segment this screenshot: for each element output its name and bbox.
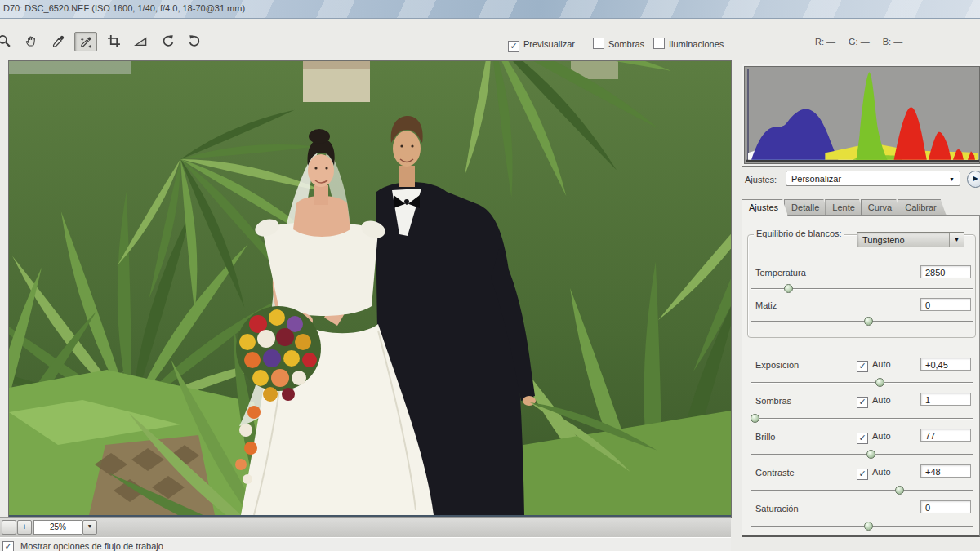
saturation-value[interactable]: 0	[920, 500, 971, 513]
slider-track	[751, 382, 973, 384]
contrast-auto-checkbox[interactable]: ✓Auto	[857, 467, 891, 480]
white-balance-legend: Equilibrio de blancos:	[754, 229, 844, 238]
histogram-plot	[745, 67, 979, 163]
hand-tool-button[interactable]	[20, 32, 42, 50]
wedding-photo	[9, 61, 731, 515]
g-value: —	[861, 37, 870, 47]
tint-slider[interactable]	[751, 317, 973, 327]
chevron-down-icon[interactable]: ▼	[949, 233, 964, 247]
g-label: G:	[849, 37, 858, 47]
tool-strip	[0, 32, 205, 51]
slider-thumb[interactable]	[784, 284, 793, 293]
highlights-checkbox[interactable]: Iluminaciones	[653, 36, 724, 51]
chevron-down-icon: ▼	[87, 523, 93, 529]
histogram	[742, 64, 980, 167]
eyedropper-icon	[51, 34, 65, 48]
tab-ajustes[interactable]: Ajustes	[742, 199, 788, 216]
photo-canvas[interactable]	[8, 60, 732, 518]
straighten-tool-button[interactable]	[130, 32, 151, 50]
tab-lente[interactable]: Lente	[825, 199, 865, 216]
panel-menu-button[interactable]: ▶	[967, 171, 980, 188]
temperature-label: Temperatura	[755, 268, 806, 278]
exposure-auto-box[interactable]: ✓	[857, 361, 868, 372]
brightness-auto-checkbox[interactable]: ✓Auto	[857, 431, 891, 444]
preview-checkbox-label: Previsualizar	[523, 39, 575, 49]
tab-bar: Ajustes Detalle Lente Curva Calibrar	[742, 199, 942, 216]
chevron-down-icon: ▼	[949, 171, 955, 187]
brightness-auto-box[interactable]: ✓	[857, 433, 868, 444]
window-titlebar[interactable]: D70: DSC_6520.NEF (ISO 1600, 1/40, f/4.0…	[0, 0, 980, 19]
preview-checkbox-box[interactable]: ✓	[508, 41, 519, 52]
shadows-slider[interactable]	[751, 414, 973, 424]
shadows-auto-checkbox[interactable]: ✓Auto	[857, 395, 891, 408]
color-sampler-tool-button[interactable]	[74, 32, 97, 51]
slider-track	[751, 418, 973, 420]
workflow-checkbox[interactable]: ✓	[2, 541, 14, 551]
rotate-right-icon	[188, 34, 202, 48]
zoom-level-dropdown-button[interactable]: ▼	[82, 520, 97, 535]
temperature-slider[interactable]	[751, 284, 973, 294]
zoom-out-button[interactable]: −	[2, 520, 16, 535]
tint-value[interactable]: 0	[920, 298, 971, 311]
tab-curva[interactable]: Curva	[861, 199, 902, 216]
shadows-checkbox-label: Sombras	[608, 39, 644, 49]
auto-label: Auto	[872, 467, 891, 477]
plus-icon: +	[22, 522, 27, 531]
crop-tool-button[interactable]	[103, 32, 124, 50]
saturation-slider[interactable]	[751, 522, 973, 531]
hand-icon	[24, 34, 38, 48]
shadows-auto-box[interactable]: ✓	[857, 397, 868, 408]
shadows-checkbox-box[interactable]	[593, 38, 604, 49]
zoom-in-button[interactable]: +	[17, 520, 32, 535]
brightness-slider[interactable]	[751, 450, 973, 460]
workflow-row: ✓ Mostrar opciones de flujo de trabajo	[0, 537, 731, 551]
shadows-checkbox[interactable]: Sombras	[593, 36, 644, 51]
shadows-value[interactable]: 1	[920, 393, 971, 406]
contrast-label: Contraste	[755, 468, 795, 478]
straighten-icon	[134, 34, 148, 48]
highlights-checkbox-box[interactable]	[653, 38, 665, 49]
contrast-slider[interactable]	[751, 486, 973, 495]
slider-thumb[interactable]	[864, 317, 873, 326]
auto-label: Auto	[872, 359, 891, 369]
highlights-checkbox-label: Iluminaciones	[669, 39, 724, 49]
slider-thumb[interactable]	[751, 414, 760, 423]
preview-checkbox[interactable]: ✓Previsualizar	[508, 36, 575, 52]
exposure-value[interactable]: +0,45	[920, 358, 971, 371]
exposure-label: Exposición	[755, 360, 799, 370]
shadows-label: Sombras	[755, 396, 791, 406]
zoom-tool-button[interactable]	[0, 32, 15, 50]
workflow-checkbox-label: Mostrar opciones de flujo de trabajo	[20, 541, 163, 551]
slider-track	[751, 321, 973, 322]
white-balance-select[interactable]: Tungsteno ▼	[857, 232, 964, 247]
slider-thumb[interactable]	[895, 486, 904, 495]
window-title: D70: DSC_6520.NEF (ISO 1600, 1/40, f/4.0…	[3, 0, 245, 17]
exposure-auto-checkbox[interactable]: ✓Auto	[857, 359, 891, 372]
white-balance-value: Tungsteno	[862, 235, 905, 245]
contrast-auto-box[interactable]: ✓	[857, 469, 868, 480]
temperature-value[interactable]: 2850	[920, 265, 971, 278]
auto-label: Auto	[872, 395, 891, 405]
tab-detalle[interactable]: Detalle	[784, 199, 829, 216]
preset-select[interactable]: Personalizar ▼	[786, 171, 960, 186]
slider-thumb[interactable]	[866, 450, 875, 459]
b-label: B:	[883, 37, 891, 47]
rotate-right-tool-button[interactable]	[184, 32, 205, 50]
r-value: —	[826, 37, 835, 47]
white-balance-tool-button[interactable]	[47, 32, 69, 50]
slider-thumb[interactable]	[864, 522, 873, 531]
contrast-value[interactable]: +48	[920, 464, 971, 478]
tint-label: Matiz	[755, 300, 777, 310]
exposure-slider[interactable]	[751, 378, 973, 388]
preset-value: Personalizar	[791, 174, 841, 184]
r-label: R:	[815, 37, 824, 47]
rotate-left-tool-button[interactable]	[157, 32, 178, 50]
zoom-strip: − + 25% ▼	[0, 517, 731, 537]
rgb-readout: R: — G: — B: —	[815, 37, 902, 47]
brightness-value[interactable]: 77	[920, 429, 971, 442]
brightness-label: Brillo	[755, 432, 775, 442]
zoom-level-select[interactable]: 25%	[33, 520, 82, 535]
color-sampler-icon	[79, 35, 93, 49]
tab-calibrar[interactable]: Calibrar	[898, 199, 947, 216]
slider-thumb[interactable]	[875, 378, 884, 387]
